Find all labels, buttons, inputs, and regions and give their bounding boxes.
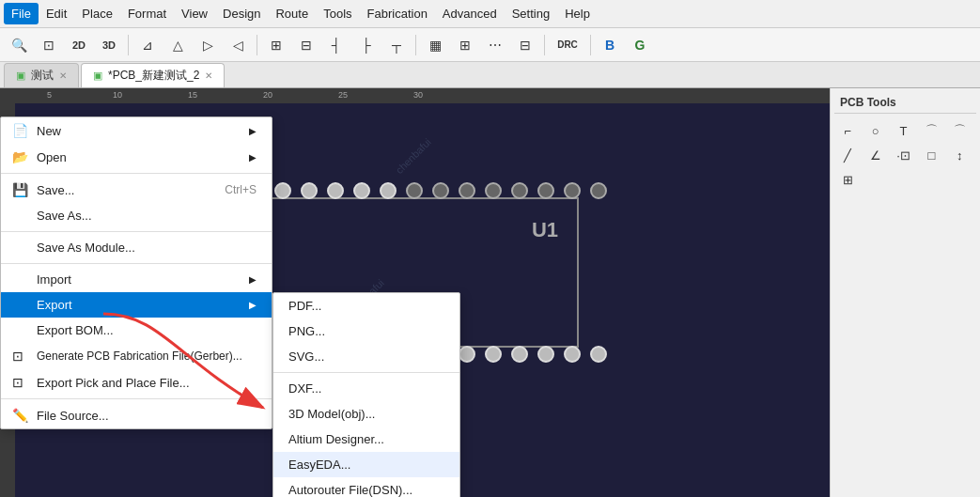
export-svg[interactable]: SVG... [273,344,459,369]
tab-close-2[interactable]: ✕ [205,70,212,81]
menu-design[interactable]: Design [215,3,268,24]
export-pdf[interactable]: PDF... [273,293,459,318]
menu-route[interactable]: Route [268,3,316,24]
pin-bot-14 [537,346,554,363]
autorouter-label: Autorouter File(DSN)... [288,483,412,497]
menu-tools[interactable]: Tools [316,3,359,24]
save-module-label: Save As Module... [37,241,135,255]
menu-import[interactable]: Import ▶ [1,267,272,292]
pcb-tools-panel: PCB Tools ⌐ ○ T ⌒ ⌒ ╱ ∠ ·⊡ □ ↕ ⊞ [830,88,980,497]
toolbar: 🔍 ⊡ 2D 3D ⊿ △ ▷ ◁ ⊞ ⊟ ┤ ├ ┬ ▦ ⊞ ⋯ ⊟ DRC … [0,28,980,62]
toolbar-btn-3[interactable]: ▷ [194,32,221,58]
toolbar-2d[interactable]: 2D [66,32,92,58]
ruler-horizontal: 5 10 15 20 25 30 [0,88,830,103]
tab-close-1[interactable]: ✕ [59,70,67,81]
export-3d[interactable]: 3D Model(obj)... [273,401,459,427]
tool-angle[interactable]: ⌐ [836,119,859,142]
toolbar-zoom-out[interactable]: 🔍 [6,32,32,58]
toolbar-btn-9[interactable]: ┬ [383,32,410,58]
tab-ceshi[interactable]: ▣ 测试 ✕ [4,63,79,87]
toolbar-sep-4 [544,35,545,55]
pin-bot-15 [564,346,581,363]
menu-view[interactable]: View [174,3,215,24]
toolbar-btn-7[interactable]: ┤ [323,32,350,58]
pin-bot-12 [485,346,502,363]
toolbar-g[interactable]: G [627,32,653,58]
export-arrow: ▶ [249,300,257,310]
save-as-label: Save As... [37,209,92,223]
new-label: New [37,124,61,138]
tool-arrow[interactable]: ↕ [948,144,971,166]
sep-4 [1,398,272,399]
new-arrow: ▶ [249,126,257,136]
pin-bot-16 [590,346,607,363]
tab-icon-1: ▣ [16,70,25,82]
export-png[interactable]: PNG... [273,318,459,344]
tool-arc1[interactable]: ⌒ [920,119,942,142]
png-label: PNG... [288,324,325,338]
menu-place[interactable]: Place [74,3,120,24]
toolbar-b[interactable]: B [597,32,623,58]
menu-edit[interactable]: Edit [39,3,74,24]
tab-label-2: *PCB_新建测试_2 [108,68,199,84]
menu-format[interactable]: Format [120,3,174,24]
toolbar-btn-11[interactable]: ⊞ [452,32,478,58]
pin-top-15 [564,182,581,199]
save-label: Save... [37,183,74,197]
menu-save-as[interactable]: Save As... [1,203,272,228]
toolbar-btn-6[interactable]: ⊟ [293,32,319,58]
toolbar-btn-4[interactable]: ◁ [225,32,251,58]
tool-angle2[interactable]: ∠ [864,144,887,166]
toolbar-btn-5[interactable]: ⊞ [263,32,289,58]
toolbar-btn-8[interactable]: ├ [353,32,380,58]
tool-arc2[interactable]: ⌒ [948,119,971,142]
export-sep-1 [273,372,459,373]
export-easyeda[interactable]: EasyEDA... [273,452,459,477]
pcb-canvas[interactable]: 5 10 15 20 25 30 chenbafui chenbafui che… [0,88,830,497]
menu-export-bom[interactable]: Export BOM... [1,318,272,343]
toolbar-sep-5 [590,35,591,55]
tool-circle[interactable]: ○ [864,119,887,142]
tab-pcb[interactable]: ▣ *PCB_新建测试_2 ✕ [81,63,225,87]
toolbar-fit[interactable]: ⊡ [36,32,62,58]
toolbar-3d[interactable]: 3D [96,32,122,58]
export-autorouter[interactable]: Autorouter File(DSN)... [273,477,459,497]
tool-rect[interactable]: □ [920,144,942,166]
watermark-5: chenbafui [394,136,433,176]
export-dxf[interactable]: DXF... [273,376,459,401]
open-label: Open [37,150,67,164]
pin-top-13 [511,182,528,199]
menu-generate-pcb[interactable]: ⊡ Generate PCB Fabrication File(Gerber).… [1,343,272,369]
toolbar-btn-10[interactable]: ▦ [422,32,448,58]
menu-new[interactable]: 📄 New ▶ [1,117,272,144]
tool-line[interactable]: ╱ [836,144,859,166]
menu-setting[interactable]: Setting [505,3,557,24]
export-label: Export [37,298,72,312]
pin-top-12 [485,182,502,199]
menu-fabrication[interactable]: Fabrication [360,3,435,24]
sep-1 [1,173,272,174]
menu-help[interactable]: Help [557,3,598,24]
dxf-label: DXF... [288,381,321,396]
pin-top-10 [432,182,449,199]
toolbar-btn-12[interactable]: ⋯ [482,32,508,58]
menu-save-module[interactable]: Save As Module... [1,235,272,260]
menu-save[interactable]: 💾 Save... Ctrl+S [1,177,272,203]
toolbar-btn-2[interactable]: △ [164,32,191,58]
menu-file[interactable]: File [4,3,39,24]
tool-dot[interactable]: ·⊡ [893,144,915,166]
export-altium[interactable]: Altium Designer... [273,427,459,452]
tool-text[interactable]: T [893,119,915,142]
pin-top-14 [537,182,554,199]
toolbar-btn-1[interactable]: ⊿ [134,32,161,58]
menu-open[interactable]: 📂 Open ▶ [1,144,272,170]
menu-advanced[interactable]: Advanced [435,3,505,24]
toolbar-btn-13[interactable]: ⊟ [512,32,538,58]
tool-grid[interactable]: ⊞ [836,168,859,191]
menu-file-source[interactable]: ✏️ File Source... [1,402,272,428]
pdf-label: PDF... [288,299,321,313]
menu-export[interactable]: Export ▶ PDF... PNG... SVG... DXF... [1,292,272,318]
menu-export-pick[interactable]: ⊡ Export Pick and Place File... [1,369,272,396]
toolbar-drc[interactable]: DRC [551,32,584,58]
pin-top-11 [459,182,475,199]
